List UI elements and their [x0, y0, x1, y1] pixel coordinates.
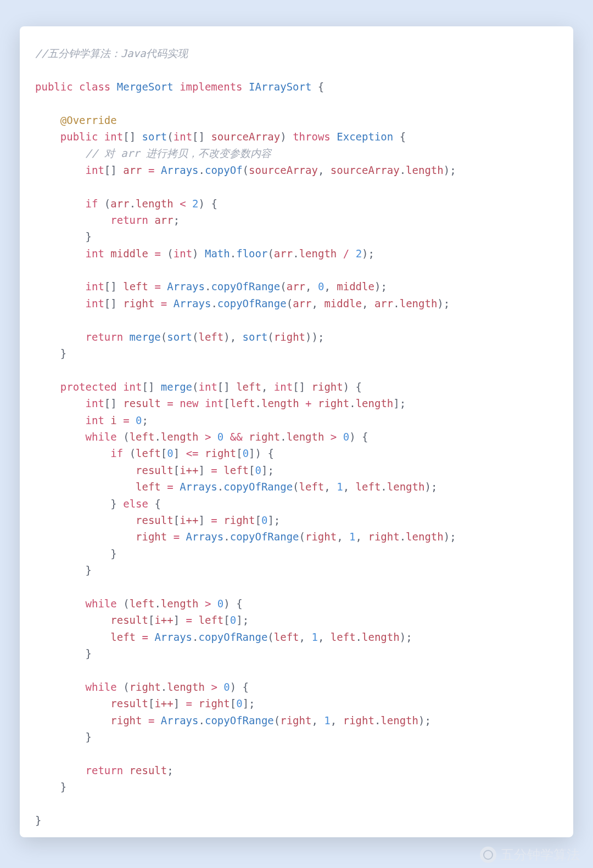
kw-public: public — [35, 81, 73, 93]
code-card: //五分钟学算法：Java代码实现 public class MergeSort… — [20, 26, 573, 837]
kw-class: class — [79, 81, 110, 93]
annotation-override: @Override — [60, 114, 117, 126]
comment-header: //五分钟学算法：Java代码实现 — [35, 47, 188, 59]
kw-implements: implements — [180, 81, 242, 93]
watermark-text: 五分钟学算法 — [501, 846, 580, 864]
class-name: MergeSort — [117, 81, 174, 93]
fn-sort: sort — [142, 131, 167, 143]
watermark-icon — [480, 847, 496, 863]
code-block: //五分钟学算法：Java代码实现 public class MergeSort… — [35, 45, 558, 828]
fn-merge: merge — [161, 381, 192, 393]
watermark: 五分钟学算法 — [480, 846, 580, 864]
iface-name: IArraySort — [249, 81, 311, 93]
comment-copy: // 对 arr 进行拷贝，不改变参数内容 — [86, 147, 272, 159]
